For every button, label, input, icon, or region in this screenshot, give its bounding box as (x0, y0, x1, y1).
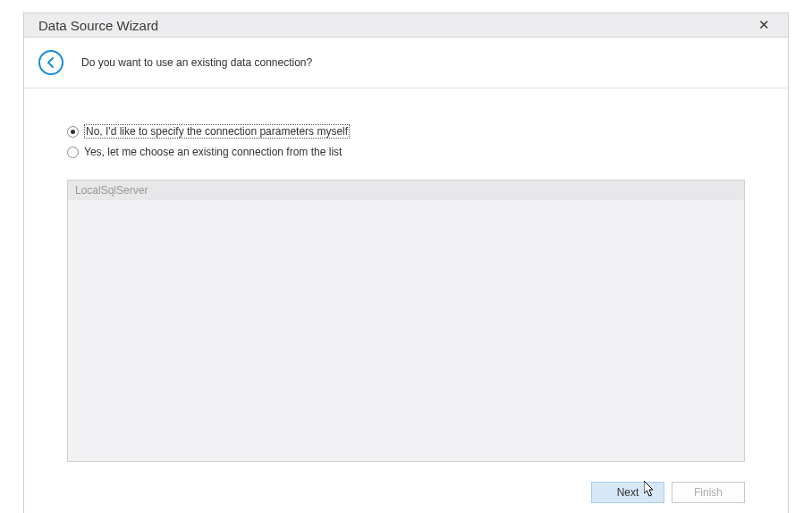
radio-icon (67, 147, 79, 158)
connections-listbox: LocalSqlServer (67, 180, 745, 462)
close-icon[interactable]: ✕ (753, 13, 775, 37)
radio-label-no: No, I'd like to specify the connection p… (84, 124, 350, 139)
radio-icon (67, 126, 79, 138)
list-item: LocalSqlServer (68, 181, 744, 200)
header-row: Do you want to use an existing data conn… (24, 38, 788, 88)
radio-label-yes: Yes, let me choose an existing connectio… (84, 146, 342, 158)
data-source-wizard-dialog: Data Source Wizard ✕ Do you want to use … (0, 0, 812, 513)
body-area: No, I'd like to specify the connection p… (24, 88, 788, 471)
wizard-question: Do you want to use an existing data conn… (81, 56, 312, 69)
next-button[interactable]: Next (591, 482, 664, 503)
radio-option-yes[interactable]: Yes, let me choose an existing connectio… (67, 146, 745, 158)
button-row: Next Finish (24, 471, 788, 513)
content-wrapper: Do you want to use an existing data conn… (23, 38, 789, 513)
back-button[interactable] (38, 50, 63, 75)
finish-button: Finish (672, 482, 745, 503)
titlebar: Data Source Wizard ✕ (23, 13, 789, 38)
dialog-title: Data Source Wizard (35, 18, 158, 33)
radio-option-no[interactable]: No, I'd like to specify the connection p… (67, 124, 745, 139)
next-button-label: Next (617, 486, 639, 499)
back-arrow-icon (45, 56, 57, 69)
finish-button-label: Finish (694, 486, 723, 499)
